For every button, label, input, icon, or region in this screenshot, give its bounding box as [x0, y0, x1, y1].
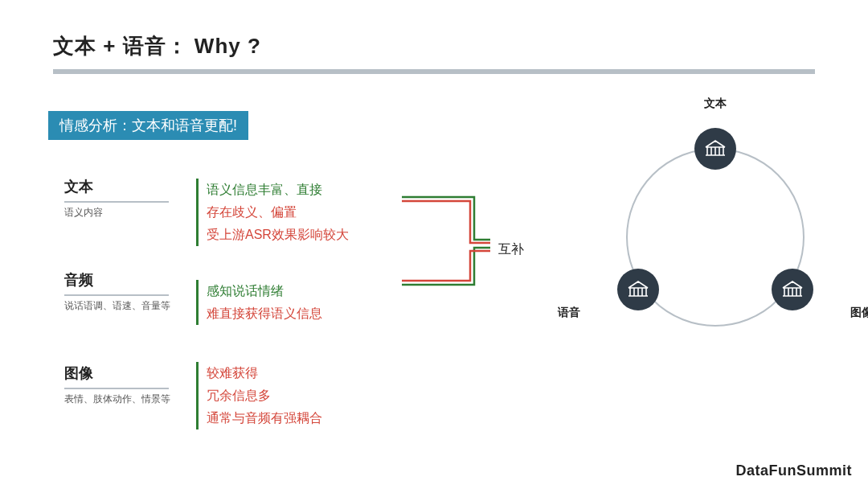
complement-label: 互补 — [498, 241, 524, 258]
node-audio — [617, 269, 659, 310]
modality-graph: 文本 语音 图像 — [595, 105, 836, 346]
block-image-rule — [64, 388, 169, 389]
title-underline — [53, 69, 815, 74]
slide-title: 文本 + 语音： Why ? — [53, 32, 261, 60]
feat-audio-con1: 难直接获得语义信息 — [207, 302, 421, 325]
block-text-rule — [64, 201, 169, 203]
feat-image-con3: 通常与音频有强耦合 — [207, 407, 421, 429]
badge-sentiment: 情感分析：文本和语音更配! — [48, 111, 248, 140]
graph-label-image: 图像 — [850, 306, 868, 320]
complement-bracket — [386, 185, 498, 298]
block-audio-rule — [64, 294, 169, 296]
feat-image-con2: 冗余信息多 — [207, 384, 421, 407]
features-image: 较难获得 冗余信息多 通常与音频有强耦合 — [196, 362, 421, 429]
node-text — [694, 128, 736, 170]
footer-brand: DataFunSummit — [735, 462, 852, 479]
graph-label-text: 文本 — [704, 97, 727, 111]
feat-image-con1: 较难获得 — [207, 362, 421, 384]
graph-label-audio: 语音 — [558, 306, 580, 320]
node-image — [772, 269, 813, 310]
